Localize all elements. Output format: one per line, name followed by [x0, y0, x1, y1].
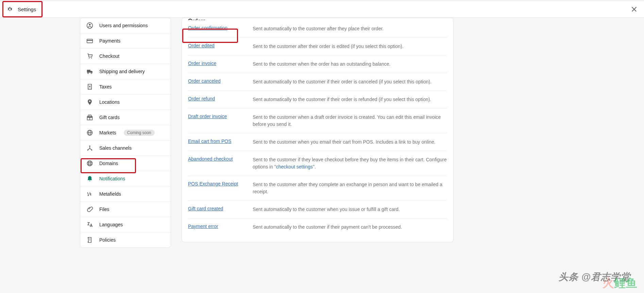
cart-icon [86, 53, 93, 60]
sidebar-item-metafields[interactable]: Metafields [80, 186, 171, 202]
sidebar-item-label: Checkout [99, 53, 119, 59]
section-title-orders: Orders [188, 17, 447, 20]
notification-description: Sent to the customer after their order i… [253, 43, 404, 50]
clip-icon [86, 206, 93, 213]
sidebar-item-gift-cards[interactable]: Gift cards [80, 110, 171, 125]
sidebar-item-languages[interactable]: Languages [80, 217, 171, 232]
notification-row: Draft order invoiceSent to the customer … [188, 109, 447, 133]
notification-link[interactable]: Payment error [188, 224, 253, 229]
sidebar-item-label: Files [99, 207, 109, 212]
page-title: Settings [18, 6, 36, 12]
notification-link[interactable]: Draft order invoice [188, 114, 253, 119]
notifications-panel: Orders Order confirmationSent automatica… [182, 18, 454, 242]
sidebar-item-label: Taxes [99, 84, 112, 89]
sidebar-item-locations[interactable]: Locations [80, 95, 171, 110]
channels-icon [86, 145, 93, 151]
notification-row: Abandoned checkoutSent to the customer i… [188, 151, 447, 176]
sidebar-item-label: Domains [99, 161, 118, 166]
notification-link[interactable]: Order refund [188, 96, 253, 101]
svg-point-6 [87, 72, 88, 74]
notification-link[interactable]: Order canceled [188, 78, 253, 84]
globe-icon [86, 129, 93, 136]
svg-point-5 [91, 58, 92, 59]
bell-icon [86, 175, 93, 182]
svg-rect-3 [87, 40, 93, 41]
notification-description: Sent automatically to the customer when … [253, 206, 400, 213]
svg-point-13 [89, 146, 90, 147]
notification-row: Order confirmationSent automatically to … [188, 20, 447, 38]
notification-row: Order invoiceSent to the customer when t… [188, 55, 447, 73]
sidebar-item-checkout[interactable]: Checkout [80, 49, 171, 64]
notification-link[interactable]: POS Exchange Receipt [188, 181, 253, 186]
notification-row: Email cart from POSSent to the customer … [188, 133, 447, 151]
svg-point-8 [89, 100, 90, 102]
sidebar-item-policies[interactable]: Policies [80, 232, 171, 247]
notification-link[interactable]: Order confirmation [188, 25, 253, 31]
notification-link[interactable]: Abandoned checkout [188, 156, 253, 162]
notification-description: Sent to the customer when the order has … [253, 61, 391, 68]
sidebar-item-label: Metafields [99, 191, 121, 197]
languages-icon [86, 221, 93, 228]
sidebar-item-label: Notifications [99, 176, 125, 181]
sidebar-item-taxes[interactable]: Taxes [80, 79, 171, 95]
receipt-icon [86, 83, 93, 90]
sidebar-item-payments[interactable]: Payments [80, 33, 171, 49]
policies-icon [86, 237, 93, 243]
notification-description: Sent to the customer when you email thei… [253, 139, 436, 146]
sidebar-item-label: Languages [99, 222, 123, 227]
credit-card-icon [86, 37, 93, 44]
notification-link[interactable]: Order edited [188, 43, 253, 48]
sidebar-item-label: Markets [99, 130, 116, 135]
notification-description: Sent automatically to the customer if th… [253, 96, 431, 103]
notification-row: POS Exchange ReceiptSent to the customer… [188, 176, 447, 201]
sidebar-item-sales-channels[interactable]: Sales channels [80, 141, 171, 156]
gift-icon [86, 114, 93, 121]
svg-point-7 [91, 72, 92, 74]
notification-description: Sent automatically to the customer if th… [253, 224, 402, 231]
svg-point-17 [89, 161, 91, 166]
metafields-icon [86, 191, 93, 197]
sidebar-item-notifications[interactable]: Notifications [80, 171, 171, 186]
gear-icon [7, 6, 13, 12]
notification-description: Sent automatically to the customer after… [253, 25, 384, 32]
notification-row: Order refundSent automatically to the cu… [188, 91, 447, 109]
notification-link[interactable]: Gift card created [188, 206, 253, 211]
notification-description: Sent automatically to the customer if th… [253, 78, 431, 85]
sidebar-item-files[interactable]: Files [80, 202, 171, 217]
sidebar-item-label: Payments [99, 38, 120, 44]
settings-header: Settings [0, 1, 644, 18]
sidebar-item-label: Policies [99, 237, 116, 243]
notification-row: Payment errorSent automatically to the c… [188, 218, 447, 236]
sidebar-item-label: Sales channels [99, 145, 132, 151]
sidebar-item-markets[interactable]: Markets Coming soon [80, 125, 171, 141]
pin-icon [86, 99, 93, 105]
notification-description: Sent to the customer if they leave check… [253, 156, 447, 170]
watermark-logo: 火鲤鱼 [603, 275, 637, 291]
notification-row: Order editedSent to the customer after t… [188, 38, 447, 55]
domain-icon [86, 160, 93, 167]
user-circle-icon [86, 22, 93, 29]
sidebar-item-users[interactable]: Users and permissions [80, 18, 171, 33]
sidebar-item-label: Users and permissions [99, 23, 148, 28]
coming-soon-badge: Coming soon [124, 130, 155, 136]
sidebar-item-label: Shipping and delivery [99, 69, 145, 74]
svg-point-1 [89, 24, 91, 26]
sidebar-item-domains[interactable]: Domains [80, 156, 171, 171]
notification-row: Order canceledSent automatically to the … [188, 73, 447, 91]
svg-point-4 [89, 58, 90, 59]
sidebar-item-label: Locations [99, 99, 120, 105]
notification-row: Gift card createdSent automatically to t… [188, 201, 447, 218]
svg-point-16 [87, 161, 92, 166]
svg-rect-2 [87, 39, 93, 43]
settings-sidebar: Users and permissions Payments Checkout … [80, 18, 171, 248]
notification-description: Sent to the customer after they complete… [253, 181, 447, 195]
notification-link[interactable]: Order invoice [188, 61, 253, 66]
close-icon[interactable] [630, 5, 638, 13]
checkout-settings-link[interactable]: checkout settings [276, 164, 313, 169]
sidebar-item-label: Gift cards [99, 115, 120, 120]
sidebar-item-shipping[interactable]: Shipping and delivery [80, 64, 171, 79]
notification-link[interactable]: Email cart from POS [188, 139, 253, 144]
notification-description: Sent to the customer when a draft order … [253, 114, 447, 128]
truck-icon [86, 68, 93, 75]
